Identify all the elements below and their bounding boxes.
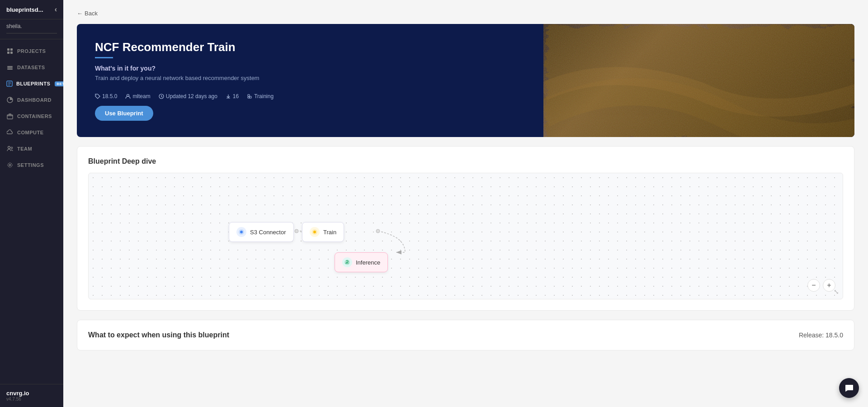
hero-card: NCF Recommender Train What's in it for y… xyxy=(77,24,854,137)
sidebar-item-label: CONTAINERS xyxy=(17,114,52,119)
svg-point-14 xyxy=(11,147,13,149)
sidebar-item-label: DATASETS xyxy=(17,65,45,70)
zoom-out-button[interactable]: − xyxy=(807,279,820,292)
sidebar-item-blueprints[interactable]: BLUEPRINTS BETA xyxy=(0,76,63,92)
sidebar: blueprintsd... ‹ sheila. PROJECTS xyxy=(0,0,63,407)
download-icon xyxy=(226,94,231,99)
person-icon xyxy=(125,94,131,99)
chat-bubble-button[interactable] xyxy=(839,378,859,398)
sidebar-item-label: PROJECTS xyxy=(17,48,46,54)
hero-image xyxy=(543,24,854,137)
grid-icon xyxy=(6,47,14,55)
svg-rect-2 xyxy=(7,52,9,54)
sidebar-item-settings[interactable]: SETTINGS xyxy=(0,157,63,173)
sidebar-item-dashboard[interactable]: DASHBOARD xyxy=(0,92,63,108)
zoom-controls: − + xyxy=(807,279,835,292)
back-link[interactable]: ← Back xyxy=(77,10,98,17)
svg-rect-4 xyxy=(7,66,13,67)
sidebar-version: v4.7.56 xyxy=(6,397,57,402)
hero-description: Train and deploy a neural network based … xyxy=(95,75,525,81)
gear-icon xyxy=(6,161,14,169)
deep-dive-section: Blueprint Deep dive xyxy=(77,146,854,311)
chart-icon xyxy=(6,96,14,104)
release-label: Release: 18.5.0 xyxy=(799,331,843,339)
train-icon xyxy=(310,227,320,237)
chat-icon xyxy=(844,383,854,393)
hero-meta: 18.5.0 mlteam Update xyxy=(95,93,525,99)
tag-icon xyxy=(95,94,100,99)
team-meta: mlteam xyxy=(125,93,150,99)
sidebar-logo: cnvrg.io xyxy=(6,390,57,397)
back-arrow-icon: ← xyxy=(77,10,83,17)
sidebar-item-label: BLUEPRINTS xyxy=(16,81,50,86)
s3-connector-icon xyxy=(236,227,246,237)
inference-icon xyxy=(342,257,352,267)
svg-rect-6 xyxy=(7,69,13,70)
sidebar-item-compute[interactable]: COMPUTE xyxy=(0,124,63,141)
hero-title: NCF Recommender Train xyxy=(95,40,525,54)
sidebar-item-label: COMPUTE xyxy=(17,130,44,135)
inference-label: Inference xyxy=(356,259,380,266)
svg-point-16 xyxy=(96,95,97,95)
deep-dive-title: Blueprint Deep dive xyxy=(88,157,843,166)
use-blueprint-button[interactable]: Use Blueprint xyxy=(95,106,153,121)
sidebar-item-label: DASHBOARD xyxy=(17,97,52,103)
sidebar-header: blueprintsd... ‹ xyxy=(0,0,63,19)
hero-decorative-svg xyxy=(543,24,854,137)
hero-title-underline xyxy=(95,57,113,58)
sidebar-item-projects[interactable]: PROJECTS xyxy=(0,43,63,59)
downloads-meta: 16 xyxy=(226,93,239,99)
s3-connector-label: S3 Connector xyxy=(250,229,286,236)
sidebar-item-team[interactable]: TEAM xyxy=(0,141,63,157)
bottom-section: What to expect when using this blueprint… xyxy=(77,320,854,350)
hero-content: NCF Recommender Train What's in it for y… xyxy=(77,24,543,137)
sidebar-item-label: SETTINGS xyxy=(17,162,44,168)
box-icon xyxy=(6,113,14,120)
blueprint-icon xyxy=(6,80,13,87)
version-meta: 18.5.0 xyxy=(95,93,117,99)
hero-subtitle: What's in it for you? xyxy=(95,65,525,72)
updated-meta: Updated 12 days ago xyxy=(159,93,217,99)
app-name: blueprintsd... xyxy=(6,6,43,13)
train-label: Train xyxy=(323,229,336,236)
diagram-canvas: S3 Connector Train xyxy=(88,173,843,299)
main-content: ← Back NCF Recommender Train What's in i… xyxy=(63,0,868,407)
clock-icon xyxy=(159,94,164,99)
sidebar-navigation: PROJECTS DATASETS xyxy=(0,39,63,384)
layers-icon xyxy=(6,64,14,71)
sidebar-close-button[interactable]: ‹ xyxy=(55,5,57,14)
diagram-dots-background xyxy=(89,173,843,299)
node-train[interactable]: Train xyxy=(302,222,344,242)
node-inference[interactable]: Inference xyxy=(335,252,388,272)
sidebar-item-datasets[interactable]: DATASETS xyxy=(0,59,63,76)
sidebar-item-containers[interactable]: CONTAINERS xyxy=(0,108,63,124)
category-icon xyxy=(247,94,252,99)
node-s3-connector[interactable]: S3 Connector xyxy=(229,222,294,242)
svg-rect-0 xyxy=(7,48,9,51)
resize-handle[interactable]: ⤡ xyxy=(834,288,839,295)
bottom-section-title: What to expect when using this blueprint xyxy=(88,331,229,339)
sidebar-footer: cnvrg.io v4.7.56 xyxy=(0,384,63,407)
svg-rect-3 xyxy=(10,52,13,54)
sidebar-user: sheila. xyxy=(0,19,63,39)
users-icon xyxy=(6,145,14,152)
sidebar-item-label: TEAM xyxy=(17,146,32,151)
category-meta: Training xyxy=(247,93,274,99)
svg-rect-5 xyxy=(7,67,13,68)
cloud-icon xyxy=(6,129,14,136)
svg-point-15 xyxy=(9,164,11,166)
svg-rect-1 xyxy=(10,48,13,51)
svg-point-13 xyxy=(8,147,10,149)
